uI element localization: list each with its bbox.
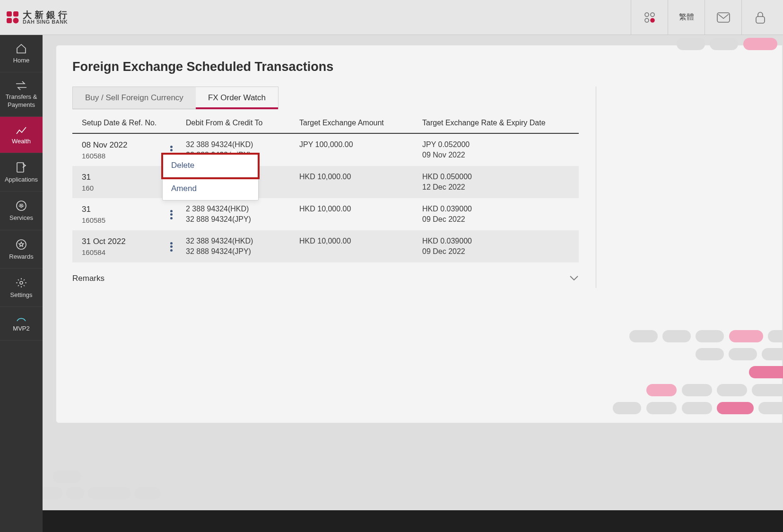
svg-point-3 xyxy=(13,17,19,23)
svg-rect-2 xyxy=(7,18,12,23)
apps-icon[interactable] xyxy=(631,0,668,35)
svg-text:$: $ xyxy=(20,203,23,209)
row-action-dropdown: Delete Amend xyxy=(162,154,259,201)
cell-target-amount: HKD 10,000.00 xyxy=(299,237,422,256)
decor-pill xyxy=(743,38,777,50)
svg-point-4 xyxy=(645,13,649,17)
cell-target-amount: HKD 10,000.00 xyxy=(299,173,422,192)
decor-pill xyxy=(662,330,691,342)
sidebar-item-applications[interactable]: Applications xyxy=(0,153,43,192)
svg-point-7 xyxy=(651,18,654,22)
main-panel: Foreign Exchange Scheduled Transactions … xyxy=(56,45,782,423)
sidebar-item-label: Home xyxy=(13,57,30,64)
transactions-table: Setup Date & Ref. No. Debit From & Credi… xyxy=(72,112,579,262)
table-row: 08 Nov 2022 160588 32 388 94324(HKD) 32 … xyxy=(72,134,579,166)
cell-target-rate: JPY 0.052000 xyxy=(422,140,579,149)
brand-mark-icon xyxy=(7,11,19,24)
remarks-label: Remarks xyxy=(72,274,104,283)
decor-pill xyxy=(752,384,783,396)
decor-pill xyxy=(43,487,62,499)
decor-pill xyxy=(646,402,677,414)
sidebar-item-services[interactable]: $ Services xyxy=(0,192,43,230)
svg-point-5 xyxy=(651,13,654,17)
svg-point-6 xyxy=(645,18,649,22)
table-row: 31 Oct 2022 160584 32 388 94324(HKD) 32 … xyxy=(72,230,579,262)
decor-pill xyxy=(53,471,81,483)
decor-pill xyxy=(677,38,705,50)
mail-icon[interactable] xyxy=(705,0,741,35)
decor-pill xyxy=(682,384,712,396)
sidebar-item-transfers[interactable]: Transfers & Payments xyxy=(0,72,43,117)
svg-rect-8 xyxy=(717,13,730,22)
cell-expiry-date: 12 Dec 2022 xyxy=(422,183,579,192)
sidebar-item-label: Applications xyxy=(5,176,38,183)
cell-target-rate: HKD 0.050000 xyxy=(422,173,579,181)
svg-rect-0 xyxy=(7,11,12,17)
decor-pill xyxy=(768,330,783,342)
chevron-down-icon xyxy=(569,274,579,283)
topbar: 大新銀行 DAH SING BANK 繁體 xyxy=(0,0,783,35)
brand-logo: 大新銀行 DAH SING BANK xyxy=(7,10,70,25)
sidebar-item-rewards[interactable]: Rewards xyxy=(0,230,43,269)
tabs: Buy / Sell Foreign Currency FX Order Wat… xyxy=(72,87,278,109)
decor-pill xyxy=(66,487,84,499)
footer-bar xyxy=(43,510,783,532)
col-target-rate: Target Exchange Rate & Expiry Date xyxy=(422,119,579,127)
lang-switch-button[interactable]: 繁體 xyxy=(668,0,705,35)
decor-pill xyxy=(729,330,763,342)
decor-pill xyxy=(696,330,724,342)
table-row: 31 160585 2 388 94324(HKD) 32 888 94324(… xyxy=(72,198,579,230)
page-title: Foreign Exchange Scheduled Transactions xyxy=(72,60,763,74)
cell-expiry-date: 09 Dec 2022 xyxy=(422,215,579,224)
cell-expiry-date: 09 Nov 2022 xyxy=(422,151,579,159)
cell-target-rate: HKD 0.039000 xyxy=(422,237,579,245)
brand-name-cn: 大新銀行 xyxy=(23,10,70,19)
decor-pill xyxy=(646,384,677,396)
tab-buy-sell[interactable]: Buy / Sell Foreign Currency xyxy=(73,87,196,109)
cell-credit-to: 32 888 94324(JPY) xyxy=(186,247,299,256)
svg-rect-10 xyxy=(17,163,24,172)
cell-target-amount: HKD 10,000.00 xyxy=(299,205,422,224)
cell-credit-to: 32 888 94324(JPY) xyxy=(186,215,299,224)
remarks-toggle[interactable]: Remarks xyxy=(72,269,579,288)
table-row: 31 160 2 388 94324(HKD) 2 888 94324(JPY)… xyxy=(72,166,579,198)
cell-target-amount: JPY 100,000.00 xyxy=(299,140,422,160)
decor-pill xyxy=(749,366,783,378)
row-menu-button[interactable] xyxy=(167,241,175,253)
tab-fx-order-watch[interactable]: FX Order Watch xyxy=(196,87,278,109)
decor-pill xyxy=(613,402,641,414)
sidebar-item-label: Wealth xyxy=(12,138,31,145)
row-menu-button[interactable] xyxy=(167,209,175,221)
cell-debit-from: 32 388 94324(HKD) xyxy=(186,140,299,149)
decor-pill xyxy=(88,487,130,499)
svg-rect-1 xyxy=(13,11,18,17)
col-setup-date: Setup Date & Ref. No. xyxy=(72,119,186,127)
col-debit-credit: Debit From & Credit To xyxy=(186,119,299,127)
decor-pill xyxy=(758,402,783,414)
sidebar-item-label: Rewards xyxy=(9,253,33,261)
sidebar-item-home[interactable]: Home xyxy=(0,35,43,72)
lock-icon[interactable] xyxy=(741,0,778,35)
decor-pill xyxy=(696,348,724,360)
decor-pill xyxy=(717,384,747,396)
sidebar-item-label: Settings xyxy=(10,291,33,299)
decor-pill xyxy=(710,38,738,50)
svg-rect-9 xyxy=(756,17,765,23)
sidebar: Home Transfers & Payments Wealth Applica… xyxy=(0,35,43,532)
cell-target-rate: HKD 0.039000 xyxy=(422,205,579,213)
cell-debit-from: 32 388 94324(HKD) xyxy=(186,237,299,245)
svg-point-14 xyxy=(20,281,23,284)
svg-point-13 xyxy=(17,240,26,249)
cell-expiry-date: 09 Dec 2022 xyxy=(422,247,579,256)
sidebar-item-settings[interactable]: Settings xyxy=(0,269,43,307)
dropdown-delete[interactable]: Delete xyxy=(163,154,258,177)
sidebar-item-wealth[interactable]: Wealth xyxy=(0,117,43,153)
sidebar-item-label: Services xyxy=(9,214,33,222)
dropdown-amend[interactable]: Amend xyxy=(163,177,258,200)
cell-debit-from: 2 388 94324(HKD) xyxy=(186,205,299,213)
decor-pill xyxy=(762,348,783,360)
decor-pill xyxy=(682,402,712,414)
sidebar-item-mvp2[interactable]: MVP2 xyxy=(0,307,43,340)
decor-pill xyxy=(629,330,658,342)
decor-pill xyxy=(729,348,757,360)
